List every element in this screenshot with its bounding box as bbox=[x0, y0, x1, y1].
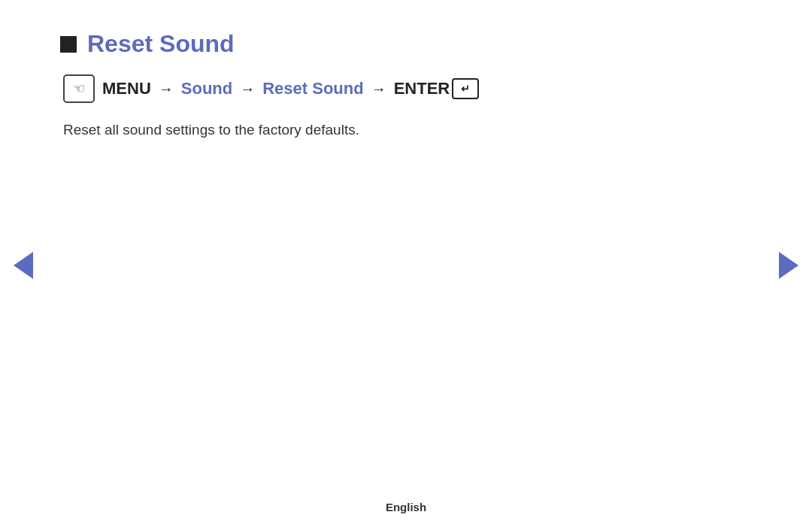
enter-icon: ↵ bbox=[452, 78, 479, 99]
main-content: Reset Sound ☜ MENU → Sound → Reset Sound… bbox=[0, 0, 812, 141]
arrow-2: → bbox=[240, 80, 255, 98]
title-row: Reset Sound bbox=[60, 30, 752, 58]
arrow-1: → bbox=[159, 80, 174, 98]
menu-icon: ☜ bbox=[63, 74, 95, 103]
enter-text: ENTER bbox=[394, 79, 450, 98]
finger-symbol: ☜ bbox=[73, 82, 85, 95]
breadcrumb-reset-sound[interactable]: Reset Sound bbox=[262, 79, 363, 98]
title-square-icon bbox=[60, 36, 77, 53]
arrow-3: → bbox=[371, 80, 386, 98]
menu-label: MENU bbox=[102, 79, 151, 98]
breadcrumb-sound[interactable]: Sound bbox=[181, 79, 232, 98]
page-title: Reset Sound bbox=[87, 30, 235, 58]
footer-language: English bbox=[386, 501, 426, 513]
enter-label: ENTER↵ bbox=[394, 78, 480, 99]
description-text: Reset all sound settings to the factory … bbox=[60, 120, 752, 141]
previous-arrow-button[interactable] bbox=[14, 252, 33, 279]
next-arrow-button[interactable] bbox=[779, 252, 798, 279]
breadcrumb-row: ☜ MENU → Sound → Reset Sound → ENTER↵ bbox=[60, 74, 752, 103]
